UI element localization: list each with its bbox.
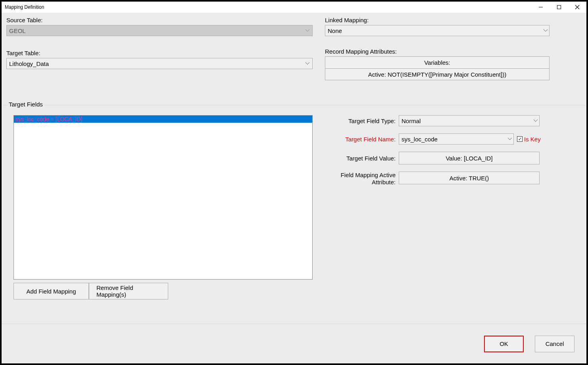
ok-button[interactable]: OK	[484, 336, 524, 352]
is-key-checkbox[interactable]: ✓ Is Key	[517, 136, 541, 143]
target-table-label: Target Table:	[6, 50, 312, 56]
cancel-button-label: Cancel	[546, 340, 564, 347]
field-mapping-active-label: Field Mapping Active Attribute:	[325, 172, 399, 186]
linked-mapping-value: None	[328, 27, 342, 34]
content-area: Source Table: GEOL Target Table: Litholo…	[2, 13, 586, 363]
ok-button-label: OK	[500, 340, 508, 347]
linked-mapping-label: Linked Mapping:	[325, 17, 582, 23]
variables-button[interactable]: Variables:	[325, 56, 550, 68]
target-fields-group-label: Target Fields	[7, 101, 44, 108]
tables-panel: Source Table: GEOL Target Table: Litholo…	[2, 13, 317, 92]
dialog-footer: OK Cancel	[2, 324, 586, 363]
window-title: Mapping Definition	[2, 3, 47, 12]
titlebar: Mapping Definition	[2, 2, 586, 13]
target-table-value: Lithology_Data	[9, 60, 49, 67]
top-row: Source Table: GEOL Target Table: Litholo…	[2, 13, 586, 92]
maximize-icon	[557, 5, 561, 10]
variables-button-label: Variables:	[424, 59, 450, 66]
target-field-type-value: Normal	[402, 118, 421, 124]
active-expr-button-label: Active: NOT(ISEMPTY([Primary Major Const…	[368, 71, 506, 78]
active-expr-button[interactable]: Active: NOT(ISEMPTY([Primary Major Const…	[325, 68, 550, 80]
window-controls	[532, 2, 586, 13]
chevron-down-icon	[508, 138, 512, 140]
target-field-value-label: Target Field Value:	[325, 155, 399, 162]
chevron-down-icon	[544, 29, 548, 32]
mapping-definition-window: Mapping Definition Source Table:	[2, 2, 586, 363]
target-table-combo[interactable]: Lithology_Data	[6, 58, 313, 69]
add-field-mapping-label: Add Field Mapping	[26, 288, 76, 295]
vertical-divider	[317, 13, 320, 92]
maximize-button[interactable]	[550, 2, 568, 13]
target-field-type-label: Target Field Type:	[325, 118, 399, 124]
svg-rect-1	[557, 6, 561, 9]
source-table-value: GEOL	[9, 27, 26, 34]
remove-field-mapping-button[interactable]: Remove Field Mapping(s)	[89, 283, 168, 299]
target-fields-group: Target Fields sys_loc_code = [LOCA_ID] A…	[3, 102, 585, 312]
checkbox-icon: ✓	[517, 136, 523, 142]
target-field-value-button[interactable]: Value: [LOCA_ID]	[399, 152, 540, 164]
target-field-value-text: Value: [LOCA_ID]	[446, 155, 492, 162]
is-key-label: Is Key	[524, 136, 541, 143]
record-attrs-label: Record Mapping Attributes:	[325, 48, 582, 55]
chevron-down-icon	[304, 60, 311, 67]
close-button[interactable]	[568, 2, 586, 13]
linked-mapping-combo[interactable]: None	[325, 25, 550, 36]
target-field-name-value: sys_loc_code	[402, 136, 438, 143]
minimize-icon	[538, 5, 543, 10]
close-icon	[575, 5, 580, 10]
source-table-combo[interactable]: GEOL	[6, 25, 313, 36]
field-detail-panel: Target Field Type: Normal	[322, 110, 585, 312]
target-field-type-combo[interactable]: Normal	[399, 115, 540, 126]
field-mapping-active-button[interactable]: Active: TRUE()	[399, 172, 540, 184]
chevron-down-icon	[534, 120, 538, 122]
target-field-name-label: Target Field Name:	[325, 136, 399, 143]
target-fields-list-panel: sys_loc_code = [LOCA_ID] Add Field Mappi…	[3, 110, 319, 312]
minimize-button[interactable]	[532, 2, 550, 13]
target-field-name-combo[interactable]: sys_loc_code	[399, 133, 514, 145]
source-table-label: Source Table:	[6, 17, 312, 23]
cancel-button[interactable]: Cancel	[535, 336, 575, 352]
target-fields-listbox[interactable]: sys_loc_code = [LOCA_ID]	[13, 115, 313, 280]
chevron-down-icon	[304, 27, 311, 34]
remove-field-mapping-label: Remove Field Mapping(s)	[96, 284, 161, 298]
add-field-mapping-button[interactable]: Add Field Mapping	[13, 283, 89, 299]
field-mapping-active-text: Active: TRUE()	[450, 175, 489, 182]
list-item[interactable]: sys_loc_code = [LOCA_ID]	[14, 116, 312, 123]
linked-mapping-panel: Linked Mapping: None Record Mapping Attr…	[320, 13, 586, 92]
